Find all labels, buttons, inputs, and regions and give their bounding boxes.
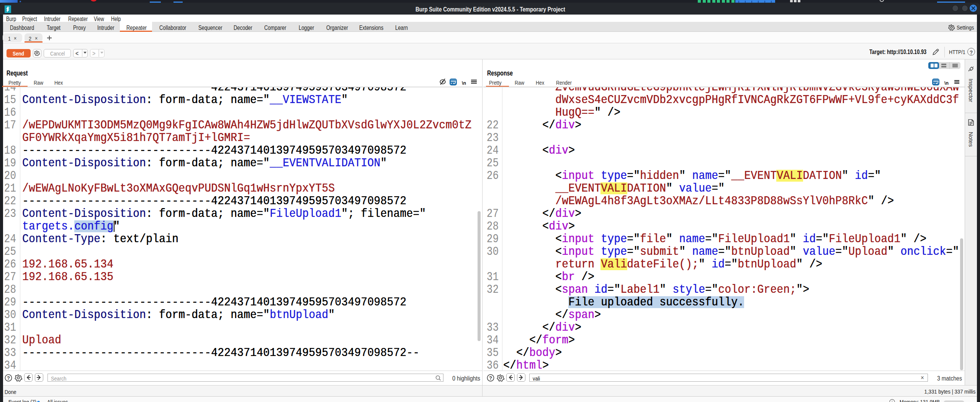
svg-text:?: ?: [7, 375, 10, 381]
svg-text:?: ?: [489, 375, 492, 381]
